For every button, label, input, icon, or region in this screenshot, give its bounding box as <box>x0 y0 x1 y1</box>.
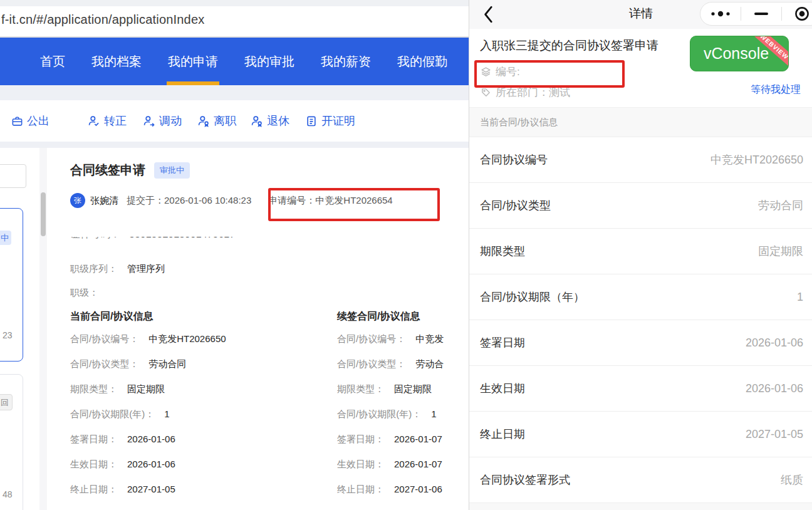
list-item-sign-form: 合同协议签署形式 纸质 <box>469 457 812 503</box>
field-row: 合同/协议编号：中竞发HT2026650 <box>70 333 226 345</box>
certificate-icon <box>305 115 318 127</box>
timestamp-fragment: 23 <box>3 330 13 340</box>
main-navbar: 首页 我的档案 我的申请 我的审批 我的薪资 我的假勤 <box>0 38 469 85</box>
nav-tab-my-attendance[interactable]: 我的假勤 <box>397 38 447 85</box>
url-text[interactable]: f-it.cn/#/application/applicationIndex <box>1 13 204 27</box>
status-badge-fragment: 中 <box>0 231 11 245</box>
list-item-sign-date: 签署日期 2026-01-06 <box>469 320 812 366</box>
nav-tab-my-applications[interactable]: 我的申请 <box>168 38 218 85</box>
pending-my-action-link[interactable]: 等待我处理 <box>751 83 801 96</box>
field-row: 生效日期：2026-01-06 <box>70 458 226 471</box>
more-dots-icon[interactable] <box>700 3 741 25</box>
sidebar-scrollbar-thumb[interactable] <box>41 192 46 236</box>
certificate-button[interactable]: 开证明 <box>305 100 355 142</box>
divider-strip <box>0 85 469 100</box>
toolbar-label: 调动 <box>159 113 182 128</box>
resignation-button[interactable]: 离职 <box>197 100 236 142</box>
minimize-icon[interactable] <box>741 3 781 25</box>
number-row: 编号: <box>481 65 520 79</box>
field-row: 签署日期：2026-01-07 <box>337 433 469 445</box>
current-contract-section-title: 当前合同/协议信息 <box>70 310 153 323</box>
field-row: 合同/协议期限(年)：1 <box>70 408 226 420</box>
field-row: 终止日期：2027-01-05 <box>70 483 226 496</box>
renew-contract-section-title: 续签合同/协议信息 <box>337 310 420 323</box>
retirement-button[interactable]: 退休 <box>251 100 289 142</box>
scroll-clip-cover <box>63 217 326 237</box>
vconsole-button[interactable]: vConsole WEBVIEW <box>690 36 789 71</box>
rank-row: 职级： <box>70 287 108 299</box>
field-row: 期限类型：固定期限 <box>337 383 469 395</box>
detail-list: 合同协议编号 中竞发HT2026650 合同/协议类型 劳动合同 期限类型 固定… <box>469 137 812 503</box>
record-circle-icon[interactable] <box>782 3 812 25</box>
next-section-band <box>469 503 812 510</box>
person-retire-icon <box>251 115 263 127</box>
toolbar-label: 退休 <box>267 113 289 128</box>
field-row: 终止日期：2027-01-06 <box>337 483 469 496</box>
toolbar-label: 转正 <box>104 113 127 128</box>
list-item-contract-type: 合同/协议类型 劳动合同 <box>469 183 812 229</box>
nav-tab-my-salary[interactable]: 我的薪资 <box>321 38 371 85</box>
current-contract-fields: 合同/协议编号：中竞发HT2026650 合同/协议类型：劳动合同 期限类型：固… <box>70 333 226 496</box>
field-row: 合同/协议类型：劳动合 <box>337 358 469 370</box>
renew-contract-fields: 合同/协议编号：中竞发 合同/协议类型：劳动合 期限类型：固定期限 合同/协议期… <box>337 333 469 496</box>
status-badge: 审批中 <box>154 162 190 179</box>
department-row: 所在部门：测试 <box>481 85 570 100</box>
application-title: 合同续签申请 <box>70 162 145 179</box>
status-badge-fragment: 回 <box>0 394 13 410</box>
timestamp-fragment: 48 <box>3 489 13 499</box>
miniprogram-capsule <box>700 2 812 26</box>
desktop-browser-panel: f-it.cn/#/application/applicationIndex 首… <box>0 0 469 510</box>
avatar: 张 <box>70 193 85 208</box>
briefcase-icon <box>11 115 23 127</box>
nav-tab-my-approvals[interactable]: 我的审批 <box>244 38 294 85</box>
rank-sequence-row: 职级序列：管理序列 <box>70 263 165 275</box>
regularization-button[interactable]: 转正 <box>88 100 127 142</box>
application-number: 申请编号：中竞发HT2026654 <box>268 195 392 207</box>
person-leave-icon <box>197 115 210 127</box>
list-item-contract-number: 合同协议编号 中竞发HT2026650 <box>469 137 812 183</box>
browser-chrome-strip <box>0 0 469 6</box>
toolbar-label: 离职 <box>214 113 236 128</box>
field-row: 合同/协议编号：中竞发 <box>337 333 469 345</box>
mobile-webview-panel: 详情 入职张三提交的合同协议签署申请 vConsole WEBVIEW 编号: … <box>469 0 812 510</box>
divider-strip <box>0 142 469 148</box>
field-row: 合同/协议期限(年)：1 <box>337 408 469 420</box>
toolbar-label: 开证明 <box>321 113 355 128</box>
person-transfer-icon <box>143 115 155 127</box>
number-label: 编号: <box>496 65 520 79</box>
nav-tab-my-files[interactable]: 我的档案 <box>91 38 142 85</box>
applicant-name: 张婉清 <box>90 195 118 207</box>
list-item-effective-date: 生效日期 2026-01-06 <box>469 366 812 412</box>
business-trip-button[interactable]: 公出 <box>11 100 49 142</box>
nav-tab-home[interactable]: 首页 <box>40 38 65 85</box>
list-item-end-date: 终止日期 2027-01-05 <box>469 412 812 457</box>
list-item-term-type: 期限类型 固定期限 <box>469 229 812 274</box>
list-item-term-years: 合同/协议期限（年） 1 <box>469 274 812 320</box>
layers-icon <box>481 66 491 77</box>
person-check-icon <box>88 115 100 127</box>
action-toolbar: 公出 转正 调动 离职 退休 开证明 <box>0 100 469 142</box>
transfer-button[interactable]: 调动 <box>143 100 182 142</box>
field-row: 签署日期：2026-01-06 <box>70 433 226 445</box>
application-meta-row: 张 张婉清 提交于：2026-01-06 10:48:23 申请编号：中竞发HT… <box>70 193 393 208</box>
toolbar-label: 公出 <box>27 113 49 128</box>
tag-icon <box>481 87 491 98</box>
sidebar-search-input[interactable] <box>0 164 26 188</box>
current-contract-section-header: 当前合同/协议信息 <box>469 107 812 137</box>
address-bar[interactable]: f-it.cn/#/application/applicationIndex <box>0 6 469 38</box>
mobile-header: 详情 <box>469 0 812 29</box>
submitted-at: 提交于：2026-01-06 10:48:23 <box>127 195 251 207</box>
field-row: 合同/协议类型：劳动合同 <box>70 358 226 370</box>
field-row: 生效日期：2026-01-07 <box>337 458 469 471</box>
field-row: 期限类型：固定期限 <box>70 383 226 395</box>
